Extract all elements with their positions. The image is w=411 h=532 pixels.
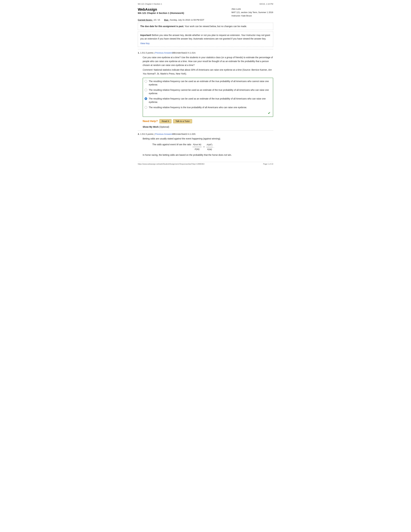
view-key-link[interactable]: View Key: [140, 42, 149, 45]
option-text-2: The resulting relative frequency cannot …: [149, 88, 271, 95]
hw-title: MA 121 Chapter 4 Section 1 (Homework): [138, 12, 184, 14]
option-text-1: The resulting relative frequency can be …: [149, 80, 271, 86]
radio-2[interactable]: [145, 89, 147, 91]
page-tab-title: MA 121 Chapter 4 Section 1: [138, 3, 162, 5]
q1-number: 1.: [138, 52, 140, 54]
option-row-3: The resulting relative frequency can be …: [145, 97, 271, 104]
due-label: Due :: [164, 19, 169, 21]
q1-prev-answers-link[interactable]: Previous Answers: [155, 52, 172, 54]
options-container: The resulting relative frequency can be …: [143, 78, 273, 117]
show-work-label: Show My Work: [143, 126, 159, 128]
show-work-optional: (Optional): [159, 126, 169, 128]
user-name: Alex Lurie: [232, 7, 273, 11]
q1-points: 1.5/1.5 points: [140, 52, 153, 54]
q2-formula-line: The odds against event W are the ratio P…: [152, 142, 273, 152]
option-row-1: The resulting relative frequency can be …: [145, 80, 271, 86]
q1-comment: Comment: National statistics indicate th…: [143, 68, 273, 76]
q2-code: BBUnderStat10 4.1.020.: [172, 133, 196, 135]
important-not: not: [261, 34, 264, 37]
q2-number: 2.: [138, 133, 140, 135]
talk-to-tutor-button[interactable]: Talk to a Tutor: [173, 119, 192, 123]
q2-prev-answers-link[interactable]: Previous Answers: [155, 133, 172, 135]
radio-4[interactable]: [145, 106, 147, 109]
divider-2: [138, 130, 273, 131]
option-row-2: The resulting relative frequency cannot …: [145, 88, 271, 95]
app-name: WebAssign: [138, 7, 184, 12]
course-info: MAT 121, section July Term, Summer 1 201…: [232, 11, 273, 14]
score-label: Current Score :: [138, 19, 153, 21]
q1-code: BBUnderStat10 4.1.014.: [172, 52, 196, 54]
q2-line3: In horse racing, the betting odds are ba…: [143, 153, 273, 157]
radio-1[interactable]: [145, 80, 147, 83]
past-due-text: Your work can be viewed below, but no ch…: [185, 25, 247, 28]
footer-url: https://www.webassign.net/web/Student/As…: [138, 163, 204, 165]
score-value: 15 / 15: [154, 19, 160, 21]
q2-body: Betting odds are usually stated against …: [143, 137, 273, 157]
show-my-work-row: Show My Work (Optional): [143, 126, 273, 128]
timestamp: 8/4/16, 1:18 PM: [260, 3, 273, 5]
important-text: Before you view the answer key, decide w…: [151, 34, 261, 37]
option-text-3: The resulting relative frequency can be …: [149, 97, 271, 104]
q1-body-text: Can you raise one eyebrow at a time? Use…: [143, 56, 273, 67]
divider-1: [138, 49, 273, 49]
footer-page: Page 1 of 10: [263, 163, 273, 165]
important-label: Important!: [140, 34, 151, 37]
need-help-label: Need Help?: [143, 120, 158, 123]
instructor-info: Instructor: Kate Bruce: [232, 14, 273, 18]
q2-points: 1.5/1.5 points: [140, 133, 153, 135]
radio-3[interactable]: [145, 97, 147, 100]
option-row-4: The resulting relative frequency is the …: [145, 106, 271, 109]
q2-line1: Betting odds are usually stated against …: [143, 137, 273, 141]
option-text-4: The resulting relative frequency is the …: [149, 106, 247, 109]
correct-checkmark: ✔: [145, 111, 271, 115]
due-value: Sunday, July 31 2016 11:59 PM EDT: [170, 19, 204, 21]
read-it-button[interactable]: Read It: [159, 119, 171, 123]
past-due-bold: The due date for this assignment is past…: [140, 25, 184, 28]
need-help-section: Need Help? Read It Talk to a Tutor: [143, 119, 273, 123]
